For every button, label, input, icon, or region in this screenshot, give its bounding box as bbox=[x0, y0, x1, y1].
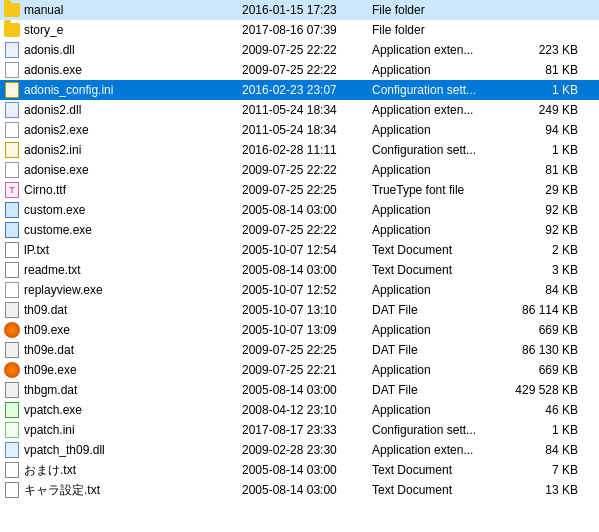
file-row[interactable]: おまけ.txt2005-08-14 03:00Text Document7 KB bbox=[0, 460, 599, 480]
file-icon bbox=[2, 242, 22, 258]
file-size: 669 KB bbox=[502, 363, 582, 377]
file-size: 1 KB bbox=[502, 83, 582, 97]
file-row[interactable]: adonis2.dll2011-05-24 18:34Application e… bbox=[0, 100, 599, 120]
file-size: 7 KB bbox=[502, 463, 582, 477]
file-row[interactable]: TCirno.ttf2009-07-25 22:25TrueType font … bbox=[0, 180, 599, 200]
file-icon bbox=[2, 142, 22, 158]
file-date: 2005-10-07 13:10 bbox=[242, 303, 372, 317]
file-row[interactable]: th09e.dat2009-07-25 22:25DAT File86 130 … bbox=[0, 340, 599, 360]
file-row[interactable]: キャラ設定.txt2005-08-14 03:00Text Document13… bbox=[0, 480, 599, 500]
file-name: adonis_config.ini bbox=[22, 83, 242, 97]
file-size: 249 KB bbox=[502, 103, 582, 117]
file-icon bbox=[2, 23, 22, 37]
file-type: File folder bbox=[372, 3, 502, 17]
file-type: Application bbox=[372, 223, 502, 237]
file-row[interactable]: adonise.exe2009-07-25 22:22Application81… bbox=[0, 160, 599, 180]
file-row[interactable]: adonis.dll2009-07-25 22:22Application ex… bbox=[0, 40, 599, 60]
file-row[interactable]: adonis.exe2009-07-25 22:22Application81 … bbox=[0, 60, 599, 80]
file-icon bbox=[2, 102, 22, 118]
file-type: Application bbox=[372, 203, 502, 217]
file-row[interactable]: vpatch_th09.dll2009-02-28 23:30Applicati… bbox=[0, 440, 599, 460]
file-date: 2005-10-07 13:09 bbox=[242, 323, 372, 337]
file-icon bbox=[2, 122, 22, 138]
file-type: Application bbox=[372, 123, 502, 137]
file-name: thbgm.dat bbox=[22, 383, 242, 397]
file-row[interactable]: lP.txt2005-10-07 12:54Text Document2 KB bbox=[0, 240, 599, 260]
file-name: readme.txt bbox=[22, 263, 242, 277]
file-row[interactable]: story_e2017-08-16 07:39File folder bbox=[0, 20, 599, 40]
file-icon bbox=[2, 442, 22, 458]
file-size: 84 KB bbox=[502, 443, 582, 457]
file-name: manual bbox=[22, 3, 242, 17]
file-date: 2005-08-14 03:00 bbox=[242, 483, 372, 497]
file-size: 92 KB bbox=[502, 223, 582, 237]
file-date: 2011-05-24 18:34 bbox=[242, 123, 372, 137]
file-size: 86 114 KB bbox=[502, 303, 582, 317]
file-name: adonis.dll bbox=[22, 43, 242, 57]
file-type: Text Document bbox=[372, 263, 502, 277]
file-type: Configuration sett... bbox=[372, 83, 502, 97]
file-date: 2009-07-25 22:22 bbox=[242, 163, 372, 177]
file-name: vpatch.ini bbox=[22, 423, 242, 437]
file-row[interactable]: manual2016-01-15 17:23File folder bbox=[0, 0, 599, 20]
file-icon bbox=[2, 342, 22, 358]
file-icon bbox=[2, 282, 22, 298]
file-row[interactable]: th09.exe2005-10-07 13:09Application669 K… bbox=[0, 320, 599, 340]
file-row[interactable]: th09e.exe2009-07-25 22:21Application669 … bbox=[0, 360, 599, 380]
file-size: 29 KB bbox=[502, 183, 582, 197]
file-row[interactable]: custome.exe2009-07-25 22:22Application92… bbox=[0, 220, 599, 240]
file-name: キャラ設定.txt bbox=[22, 482, 242, 499]
file-size: 13 KB bbox=[502, 483, 582, 497]
file-size: 429 528 KB bbox=[502, 383, 582, 397]
file-name: custome.exe bbox=[22, 223, 242, 237]
file-row[interactable]: thbgm.dat2005-08-14 03:00DAT File429 528… bbox=[0, 380, 599, 400]
file-size: 92 KB bbox=[502, 203, 582, 217]
file-type: Text Document bbox=[372, 483, 502, 497]
file-size: 86 130 KB bbox=[502, 343, 582, 357]
file-icon bbox=[2, 3, 22, 17]
file-date: 2009-07-25 22:22 bbox=[242, 223, 372, 237]
file-date: 2005-08-14 03:00 bbox=[242, 463, 372, 477]
file-date: 2005-08-14 03:00 bbox=[242, 263, 372, 277]
file-date: 2016-01-15 17:23 bbox=[242, 3, 372, 17]
file-row[interactable]: custom.exe2005-08-14 03:00Application92 … bbox=[0, 200, 599, 220]
file-type: Configuration sett... bbox=[372, 143, 502, 157]
file-type: Application bbox=[372, 63, 502, 77]
file-row[interactable]: adonis2.exe2011-05-24 18:34Application94… bbox=[0, 120, 599, 140]
file-date: 2005-08-14 03:00 bbox=[242, 383, 372, 397]
file-row[interactable]: replayview.exe2005-10-07 12:52Applicatio… bbox=[0, 280, 599, 300]
file-icon: T bbox=[2, 182, 22, 198]
file-type: DAT File bbox=[372, 303, 502, 317]
file-date: 2009-07-25 22:25 bbox=[242, 183, 372, 197]
file-icon bbox=[2, 62, 22, 78]
file-icon bbox=[2, 262, 22, 278]
file-row[interactable]: adonis2.ini2016-02-28 11:11Configuration… bbox=[0, 140, 599, 160]
file-date: 2016-02-28 11:11 bbox=[242, 143, 372, 157]
file-date: 2017-08-16 07:39 bbox=[242, 23, 372, 37]
file-name: adonis.exe bbox=[22, 63, 242, 77]
file-date: 2009-07-25 22:21 bbox=[242, 363, 372, 377]
file-list: manual2016-01-15 17:23File folderstory_e… bbox=[0, 0, 599, 500]
file-type: Application exten... bbox=[372, 443, 502, 457]
file-icon bbox=[2, 202, 22, 218]
file-size: 94 KB bbox=[502, 123, 582, 137]
file-size: 2 KB bbox=[502, 243, 582, 257]
file-name: replayview.exe bbox=[22, 283, 242, 297]
file-size: 84 KB bbox=[502, 283, 582, 297]
file-name: adonis2.dll bbox=[22, 103, 242, 117]
file-icon bbox=[2, 482, 22, 498]
file-icon bbox=[2, 82, 22, 98]
file-row[interactable]: readme.txt2005-08-14 03:00Text Document3… bbox=[0, 260, 599, 280]
file-row[interactable]: vpatch.exe2008-04-12 23:10Application46 … bbox=[0, 400, 599, 420]
file-icon bbox=[2, 322, 22, 338]
file-icon bbox=[2, 422, 22, 438]
file-row[interactable]: th09.dat2005-10-07 13:10DAT File86 114 K… bbox=[0, 300, 599, 320]
file-type: Application exten... bbox=[372, 103, 502, 117]
file-name: adonis2.ini bbox=[22, 143, 242, 157]
file-name: lP.txt bbox=[22, 243, 242, 257]
file-icon bbox=[2, 382, 22, 398]
file-type: Application bbox=[372, 403, 502, 417]
file-row[interactable]: vpatch.ini2017-08-17 23:33Configuration … bbox=[0, 420, 599, 440]
file-icon bbox=[2, 362, 22, 378]
file-row[interactable]: adonis_config.ini2016-02-23 23:07Configu… bbox=[0, 80, 599, 100]
